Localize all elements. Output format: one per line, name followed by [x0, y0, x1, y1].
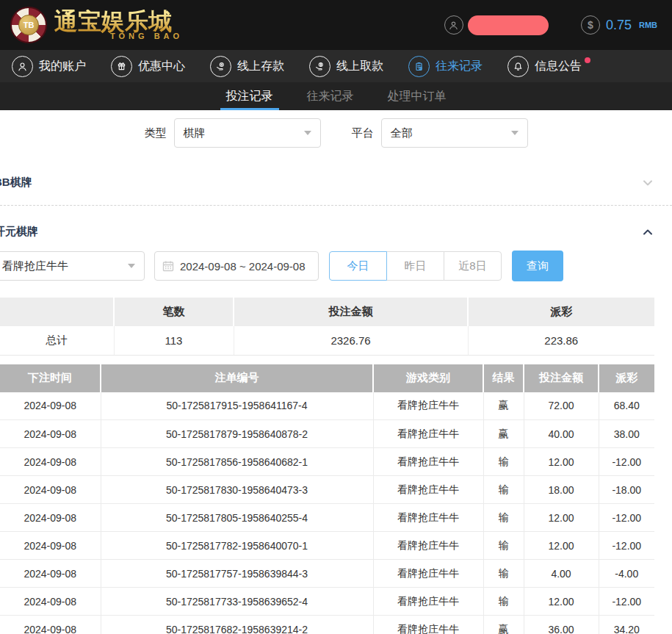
cell-bet-id: 50-1725817915-1958641167-4	[101, 392, 373, 420]
col-payout: 派彩	[599, 364, 654, 392]
nav-item-promotions[interactable]: 优惠中心	[111, 56, 185, 77]
withdraw-hand-coin-icon	[309, 56, 330, 77]
summary-header-row: 笔数 投注金额 派彩	[0, 298, 654, 326]
type-filter-label: 类型	[145, 126, 167, 140]
user-account[interactable]	[444, 15, 549, 35]
cell-amount: 18.00	[524, 476, 599, 504]
section-title: 开元棋牌	[0, 225, 38, 239]
cell-game: 看牌抢庄牛牛	[373, 504, 483, 532]
nav-label: 线上取款	[336, 59, 383, 74]
search-button[interactable]: 查询	[512, 251, 563, 281]
cell-payout: -18.00	[599, 476, 654, 504]
top-header: TB 通宝娱乐城 TONG BAO $ 0.75 RMB	[0, 0, 672, 50]
cell-payout: 34.20	[599, 616, 654, 634]
cell-payout: -12.00	[599, 504, 654, 532]
cell-amount: 40.00	[524, 420, 599, 448]
summary-total-label: 总计	[0, 326, 114, 355]
cell-amount: 12.00	[524, 588, 599, 616]
yesterday-button[interactable]: 昨日	[386, 251, 444, 281]
col-bet-amount: 投注金额	[524, 364, 599, 392]
nav-item-withdraw[interactable]: 线上取款	[309, 56, 383, 77]
nav-label: 优惠中心	[138, 59, 185, 74]
cell-game: 看牌抢庄牛牛	[373, 448, 483, 476]
today-button[interactable]: 今日	[329, 251, 387, 281]
summary-header-count: 笔数	[114, 298, 234, 326]
tab-transaction-records[interactable]: 往来记录	[304, 82, 357, 110]
cell-result: 输	[483, 532, 524, 560]
table-row: 2024-09-08 50-1725817915-1958641167-4 看牌…	[0, 392, 654, 420]
cell-date: 2024-09-08	[0, 560, 101, 588]
cell-bet-id: 50-1725817782-1958640070-1	[101, 532, 373, 560]
record-tabs: 投注记录 往来记录 处理中订单	[0, 82, 672, 110]
records-clipboard-icon	[408, 56, 430, 77]
nav-label: 我的账户	[39, 59, 86, 74]
table-row: 2024-09-08 50-1725817757-1958639844-3 看牌…	[0, 560, 654, 588]
type-select[interactable]: 棋牌	[174, 118, 321, 148]
type-select-value: 棋牌	[184, 126, 304, 140]
account-icon	[12, 56, 33, 77]
section-kaiyuan-games[interactable]: 开元棋牌	[0, 206, 672, 251]
cell-payout: -12.00	[599, 532, 654, 560]
last-8-days-button[interactable]: 近8日	[444, 251, 502, 281]
table-row: 2024-09-08 50-1725817805-1958640255-4 看牌…	[0, 504, 654, 532]
cell-date: 2024-09-08	[0, 448, 101, 476]
cell-game: 看牌抢庄牛牛	[373, 476, 483, 504]
nav-item-my-account[interactable]: 我的账户	[12, 56, 86, 77]
bet-table-header-row: 下注时间 注单编号 游戏类别 结果 投注金额 派彩	[0, 364, 654, 392]
cell-date: 2024-09-08	[0, 420, 101, 448]
cell-amount: 4.00	[524, 560, 599, 588]
table-row: 2024-09-08 50-1725817782-1958640070-1 看牌…	[0, 532, 654, 560]
cell-result: 输	[483, 448, 524, 476]
nav-item-deposit[interactable]: 线上存款	[210, 56, 284, 77]
filter-row: 类型 棋牌 平台 全部	[0, 110, 672, 160]
cell-payout: -4.00	[599, 560, 654, 588]
tab-pending-orders[interactable]: 处理中订单	[385, 82, 449, 110]
cell-date: 2024-09-08	[0, 476, 101, 504]
cell-amount: 12.00	[524, 532, 599, 560]
cell-bet-id: 50-1725817879-1958640878-2	[101, 420, 373, 448]
query-controls: 看牌抢庄牛牛 2024-09-08 ~ 2024-09-08 今日 昨日 近8日…	[0, 251, 672, 281]
cell-date: 2024-09-08	[0, 588, 101, 616]
cell-result: 输	[483, 504, 524, 532]
table-row: 2024-09-08 50-1725817856-1958640682-1 看牌…	[0, 448, 654, 476]
chip-monogram: TB	[18, 15, 39, 35]
balance-amount: 0.75	[606, 18, 632, 33]
username-redacted	[468, 15, 549, 35]
section-bb-games[interactable]: BB棋牌	[0, 160, 672, 205]
cell-date: 2024-09-08	[0, 392, 101, 420]
cell-bet-id: 50-1725817805-1958640255-4	[101, 504, 373, 532]
cell-game: 看牌抢庄牛牛	[373, 420, 483, 448]
chevron-down-icon	[511, 131, 519, 135]
summary-table: 笔数 投注金额 派彩 总计 113 2326.76 223.86	[0, 298, 654, 356]
cell-date: 2024-09-08	[0, 504, 101, 532]
cell-bet-id: 50-1725817757-1958639844-3	[101, 560, 373, 588]
bet-table-body: 2024-09-08 50-1725817915-1958641167-4 看牌…	[0, 392, 654, 634]
table-row: 2024-09-08 50-1725817733-1958639652-4 看牌…	[0, 588, 654, 616]
wallet-balance[interactable]: $ 0.75 RMB	[581, 15, 657, 35]
cell-amount: 36.00	[524, 616, 599, 634]
cell-result: 赢	[483, 616, 524, 634]
game-select[interactable]: 看牌抢庄牛牛	[0, 251, 145, 281]
cell-game: 看牌抢庄牛牛	[373, 588, 483, 616]
platform-select[interactable]: 全部	[381, 118, 528, 148]
nav-label: 信息公告	[535, 59, 582, 74]
table-row: 2024-09-08 50-1725817879-1958640878-2 看牌…	[0, 420, 654, 448]
bell-icon	[507, 56, 529, 77]
col-game-type: 游戏类别	[373, 364, 483, 392]
platform-filter-label: 平台	[352, 126, 374, 140]
col-result: 结果	[483, 364, 524, 392]
nav-item-transaction-records[interactable]: 往来记录	[408, 56, 483, 77]
cell-payout: 38.00	[599, 420, 654, 448]
nav-item-announcements[interactable]: 信息公告	[507, 56, 582, 77]
tab-bet-records[interactable]: 投注记录	[223, 82, 276, 110]
main-nav: 我的账户 优惠中心 线上存款 线上取款 往来记录 信息公告	[0, 50, 672, 82]
brand-logo[interactable]: TB 通宝娱乐城 TONG BAO	[10, 7, 183, 43]
date-range-value: 2024-09-08 ~ 2024-09-08	[180, 260, 306, 273]
brand-title: 通宝娱乐城	[54, 10, 183, 33]
cell-result: 输	[483, 560, 524, 588]
chevron-down-icon	[128, 264, 135, 268]
cell-bet-id: 50-1725817856-1958640682-1	[101, 448, 373, 476]
summary-header-amount: 投注金额	[234, 298, 468, 326]
cell-game: 看牌抢庄牛牛	[373, 560, 483, 588]
date-range-input[interactable]: 2024-09-08 ~ 2024-09-08	[154, 251, 319, 281]
